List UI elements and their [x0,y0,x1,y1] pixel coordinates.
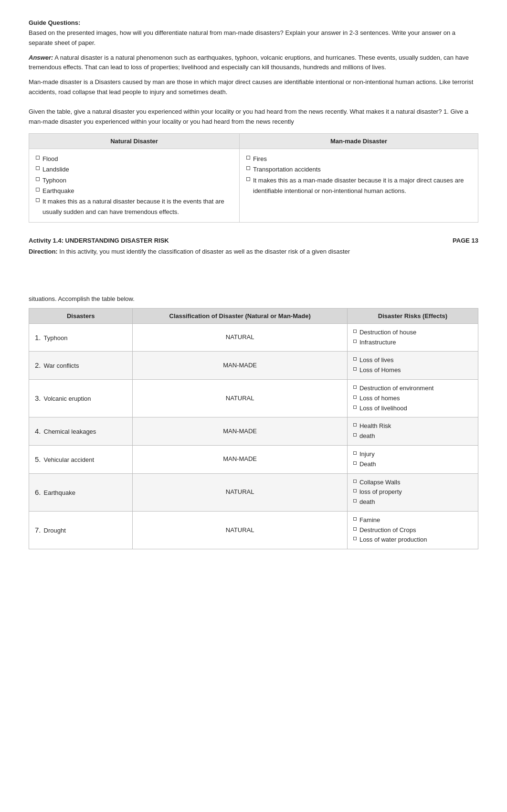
bullet-icon [353,461,357,465]
bullet-icon [353,499,357,502]
disaster-cell-5: 5.Vehicular accident [29,445,133,473]
risk-item: Destruction of environment [353,384,472,394]
risks-cell-2: Loss of livesLoss of Homes [347,352,478,380]
comparison-table: Natural Disaster Man-made Disaster Flood… [29,133,478,223]
bullet-icon [353,330,357,333]
disaster-name: Drought [44,527,66,534]
risk-text: death [359,431,375,441]
risks-cell-7: FamineDestruction of CropsLoss of water … [347,511,478,549]
disaster-name: Chemical leakages [44,428,96,435]
risks-cell-4: Health Riskdeath [347,417,478,446]
disaster-cell-1: 1.Typhoon [29,323,133,352]
risk-item: death [353,497,472,507]
natural-item-5: It makes this as a natural disaster beca… [36,196,232,217]
classification-cell-5: MAN-MADE [133,445,348,473]
bullet-icon [353,367,357,371]
risk-text: Destruction of house [359,328,416,338]
risk-text: Loss of water production [359,535,427,545]
bullet-icon [353,357,357,361]
risks-cell-5: InjuryDeath [347,445,478,473]
guide-questions-section: Guide Questions: Based on the presented … [29,19,478,97]
risk-item: Destruction of Crops [353,525,472,535]
bullet-icon [36,188,40,192]
activity-header: Activity 1.4: UNDERSTANDING DISASTER RIS… [29,237,478,244]
disaster-cell-2: 2.War conflicts [29,352,133,380]
manmade-item-1: Fires [246,154,471,164]
disaster-name: War conflicts [44,362,79,369]
risk-item: Collapse Walls [353,478,472,488]
bullet-icon [353,537,357,540]
direction-text: In this activity, you must identify the … [58,248,350,255]
disaster-cell-6: 6.Earthquake [29,473,133,511]
bullet-icon [36,166,40,170]
disaster-name: Vehicular accident [44,456,95,463]
bullet-icon [36,198,40,202]
bullet-icon [353,517,357,521]
guide-questions-title: Guide Questions: [29,19,478,26]
risk-text: Famine [359,515,380,525]
row-num: 6. [35,488,41,496]
natural-item-2: Landslide [36,164,232,175]
risk-text: Collapse Walls [359,478,401,488]
risk-item: Loss of lives [353,355,472,365]
risks-header: Disaster Risks (Effects) [347,308,478,323]
disaster-cell-4: 4.Chemical leakages [29,417,133,446]
disaster-cell-7: 7.Drought [29,511,133,549]
answer-block: Answer: A natural disaster is a natural … [29,53,478,73]
page-number: PAGE 13 [453,237,478,244]
classification-cell-7: NATURAL [133,511,348,549]
risk-item: Loss of homes [353,394,472,404]
risk-item: death [353,431,472,441]
natural-disaster-header: Natural Disaster [29,134,240,149]
accomplish-text: situations. Accomplish the table below. [29,295,478,302]
direction-label: Direction: [29,248,58,255]
classification-cell-6: NATURAL [133,473,348,511]
row-num: 3. [35,394,41,402]
natural-disasters-cell: Flood Landslide Typhoon Earthquake It ma… [29,149,240,223]
risk-item: Loss of water production [353,535,472,545]
bullet-icon [353,451,357,455]
natural-item-3: Typhoon [36,175,232,186]
classification-cell-1: NATURAL [133,323,348,352]
bullet-icon [36,177,40,181]
row-num: 4. [35,427,41,435]
disaster-cell-3: 3.Volcanic eruption [29,379,133,417]
risk-item: Infrastructure [353,338,472,348]
bullet-icon [353,423,357,427]
manmade-disaster-header: Man-made Disaster [240,134,478,149]
manmade-item-3-text: It makes this as a man-made disaster bec… [253,175,471,196]
manmade-disasters-cell: Fires Transportation accidents It makes … [240,149,478,223]
activity-title: Activity 1.4: UNDERSTANDING DISASTER RIS… [29,237,169,244]
risk-text: Loss of livelihood [359,404,407,414]
classification-header: Classification of Disaster (Natural or M… [133,308,348,323]
bullet-icon [353,340,357,343]
risk-text: Loss of homes [359,394,400,404]
manmade-item-2: Transportation accidents [246,164,471,175]
disasters-header: Disasters [29,308,133,323]
bullet-icon [246,177,250,181]
natural-item-4: Earthquake [36,186,232,196]
risk-item: Destruction of house [353,328,472,338]
bullet-icon [353,480,357,483]
bullet-icon [36,156,40,160]
manmade-item-2-text: Transportation accidents [253,164,321,175]
risks-cell-3: Destruction of environmentLoss of homesL… [347,379,478,417]
manmade-item-1-text: Fires [253,154,267,164]
bullet-icon [246,166,250,170]
risk-text: Loss of Homes [359,365,401,375]
risks-cell-6: Collapse Wallsloss of propertydeath [347,473,478,511]
disaster-name: Typhoon [44,334,68,342]
bullet-icon [353,527,357,531]
risk-item: Death [353,459,472,470]
bullet-icon [353,433,357,437]
row-num: 7. [35,526,41,534]
risk-text: Destruction of Crops [359,525,416,535]
classification-cell-3: NATURAL [133,379,348,417]
disaster-name: Volcanic eruption [44,395,91,402]
row-num: 5. [35,455,41,463]
risk-item: Health Risk [353,421,472,431]
risk-item: Loss of Homes [353,365,472,375]
manmade-text: Man-made disaster is a Disasters caused … [29,77,478,97]
natural-item-2-text: Landslide [42,164,69,175]
risks-cell-1: Destruction of houseInfrastructure [347,323,478,352]
